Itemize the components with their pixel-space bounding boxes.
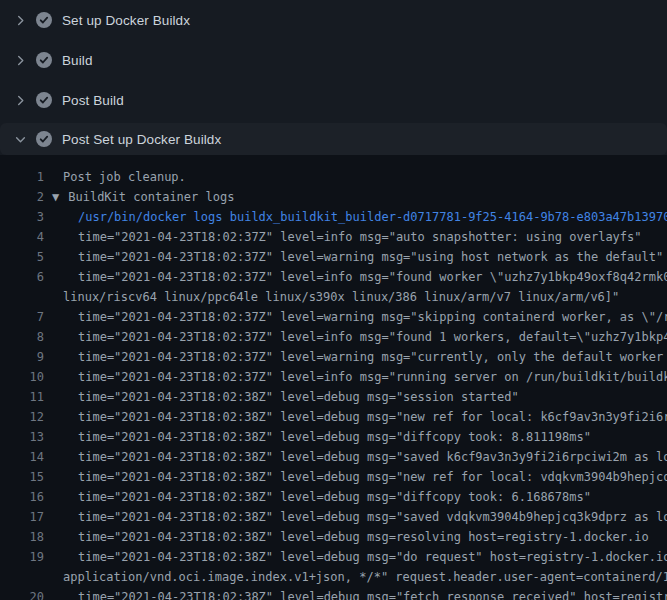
log-line: 16 time="2021-04-23T18:02:38Z" level=deb… xyxy=(0,487,667,507)
log-line: linux/riscv64 linux/ppc64le linux/s390x … xyxy=(0,287,667,307)
log-line-text: time="2021-04-23T18:02:37Z" level=info m… xyxy=(44,367,667,387)
log-line: 7 time="2021-04-23T18:02:37Z" level=warn… xyxy=(0,307,667,327)
log-line-number[interactable]: 11 xyxy=(0,387,44,407)
step-section-header-2[interactable]: Post Build xyxy=(0,80,667,120)
group-collapse-icon[interactable]: ▼ xyxy=(44,187,59,207)
log-line-number[interactable]: 5 xyxy=(0,247,44,267)
step-success-check-icon xyxy=(36,131,52,147)
log-line-number[interactable]: 19 xyxy=(0,547,44,567)
step-section-header-1[interactable]: Build xyxy=(0,40,667,80)
log-line-number[interactable] xyxy=(0,567,44,587)
step-success-check-icon xyxy=(36,52,52,68)
chevron-right-icon[interactable] xyxy=(14,92,32,108)
step-success-check-icon xyxy=(36,12,52,28)
log-line-number[interactable]: 12 xyxy=(0,407,44,427)
log-line: 17 time="2021-04-23T18:02:38Z" level=deb… xyxy=(0,507,667,527)
log-line-number[interactable]: 1 xyxy=(0,167,44,187)
chevron-right-icon[interactable] xyxy=(14,12,32,28)
log-line-text: time="2021-04-23T18:02:38Z" level=debug … xyxy=(44,487,591,507)
log-line-text: time="2021-04-23T18:02:38Z" level=debug … xyxy=(44,427,591,447)
log-line: 10 time="2021-04-23T18:02:37Z" level=inf… xyxy=(0,367,667,387)
step-section-header-0[interactable]: Set up Docker Buildx xyxy=(0,0,667,40)
log-line: 19 time="2021-04-23T18:02:38Z" level=deb… xyxy=(0,547,667,567)
log-line-text: time="2021-04-23T18:02:38Z" level=debug … xyxy=(44,467,667,487)
log-line-number[interactable] xyxy=(0,287,44,307)
log-line: 3 /usr/bin/docker logs buildx_buildkit_b… xyxy=(0,207,667,227)
step-name: Set up Docker Buildx xyxy=(62,13,190,28)
log-viewer[interactable]: 1 Post job cleanup. 2 ▼BuildKit containe… xyxy=(0,155,667,600)
step-success-check-icon xyxy=(36,92,52,108)
log-line-number[interactable]: 4 xyxy=(0,227,44,247)
log-line-text: time="2021-04-23T18:02:37Z" level=warnin… xyxy=(44,307,667,327)
log-line: 6 time="2021-04-23T18:02:37Z" level=info… xyxy=(0,267,667,287)
log-line: 15 time="2021-04-23T18:02:38Z" level=deb… xyxy=(0,467,667,487)
log-line-number[interactable]: 15 xyxy=(0,467,44,487)
log-line-text: BuildKit container logs xyxy=(59,187,234,207)
log-line: 4 time="2021-04-23T18:02:37Z" level=info… xyxy=(0,227,667,247)
log-line-number[interactable]: 2 xyxy=(0,187,44,207)
log-line-number[interactable]: 7 xyxy=(0,307,44,327)
log-line-text: time="2021-04-23T18:02:37Z" level=info m… xyxy=(44,267,667,287)
log-line-number[interactable]: 13 xyxy=(0,427,44,447)
log-line: 14 time="2021-04-23T18:02:38Z" level=deb… xyxy=(0,447,667,467)
log-line-text: time="2021-04-23T18:02:37Z" level=warnin… xyxy=(44,347,667,367)
log-line: 13 time="2021-04-23T18:02:38Z" level=deb… xyxy=(0,427,667,447)
step-name: Build xyxy=(62,53,93,68)
log-line: 5 time="2021-04-23T18:02:37Z" level=warn… xyxy=(0,247,667,267)
log-line: 18 time="2021-04-23T18:02:38Z" level=deb… xyxy=(0,527,667,547)
log-line-number[interactable]: 9 xyxy=(0,347,44,367)
log-line-text: time="2021-04-23T18:02:38Z" level=debug … xyxy=(44,527,649,547)
log-line-number[interactable]: 20 xyxy=(0,587,44,600)
log-line-text: time="2021-04-23T18:02:38Z" level=debug … xyxy=(44,547,667,567)
log-line-text: time="2021-04-23T18:02:38Z" level=debug … xyxy=(44,387,519,407)
log-line: 8 time="2021-04-23T18:02:37Z" level=info… xyxy=(0,327,667,347)
log-line-text: time="2021-04-23T18:02:37Z" level=warnin… xyxy=(44,247,663,267)
log-line: 11 time="2021-04-23T18:02:38Z" level=deb… xyxy=(0,387,667,407)
log-line-number[interactable]: 17 xyxy=(0,507,44,527)
log-line-text: /usr/bin/docker logs buildx_buildkit_bui… xyxy=(44,207,667,227)
chevron-down-icon[interactable] xyxy=(14,131,32,147)
log-line-text: Post job cleanup. xyxy=(44,167,186,187)
chevron-right-icon[interactable] xyxy=(14,52,32,68)
log-line-number[interactable]: 3 xyxy=(0,207,44,227)
log-line-text: time="2021-04-23T18:02:38Z" level=debug … xyxy=(44,507,667,527)
log-line-number[interactable]: 8 xyxy=(0,327,44,347)
log-line-text: time="2021-04-23T18:02:38Z" level=debug … xyxy=(44,587,667,600)
log-line-number[interactable]: 6 xyxy=(0,267,44,287)
step-name: Post Set up Docker Buildx xyxy=(62,132,221,147)
log-line-text: time="2021-04-23T18:02:38Z" level=debug … xyxy=(44,407,667,427)
actions-log-viewer: { "colors": { "page_bg": "#161b22", "log… xyxy=(0,0,667,600)
log-line-text: linux/riscv64 linux/ppc64le linux/s390x … xyxy=(44,287,619,307)
job-steps-list: Set up Docker Buildx Build Post Buil xyxy=(0,0,667,155)
log-line: 1 Post job cleanup. xyxy=(0,167,667,187)
log-line-number[interactable]: 16 xyxy=(0,487,44,507)
log-line-number[interactable]: 14 xyxy=(0,447,44,467)
log-line-text: time="2021-04-23T18:02:37Z" level=info m… xyxy=(44,327,667,347)
log-line: 20 time="2021-04-23T18:02:38Z" level=deb… xyxy=(0,587,667,600)
log-line-number[interactable]: 10 xyxy=(0,367,44,387)
log-line-text: application/vnd.oci.image.index.v1+json,… xyxy=(44,567,667,587)
log-line-number[interactable]: 18 xyxy=(0,527,44,547)
step-name: Post Build xyxy=(62,93,124,108)
log-line: 2 ▼BuildKit container logs xyxy=(0,187,667,207)
step-section-header-3[interactable]: Post Set up Docker Buildx xyxy=(0,123,667,155)
log-line-text: time="2021-04-23T18:02:38Z" level=debug … xyxy=(44,447,667,467)
log-line: 12 time="2021-04-23T18:02:38Z" level=deb… xyxy=(0,407,667,427)
log-line-text: time="2021-04-23T18:02:37Z" level=info m… xyxy=(44,227,642,247)
log-line: 9 time="2021-04-23T18:02:37Z" level=warn… xyxy=(0,347,667,367)
log-line: application/vnd.oci.image.index.v1+json,… xyxy=(0,567,667,587)
